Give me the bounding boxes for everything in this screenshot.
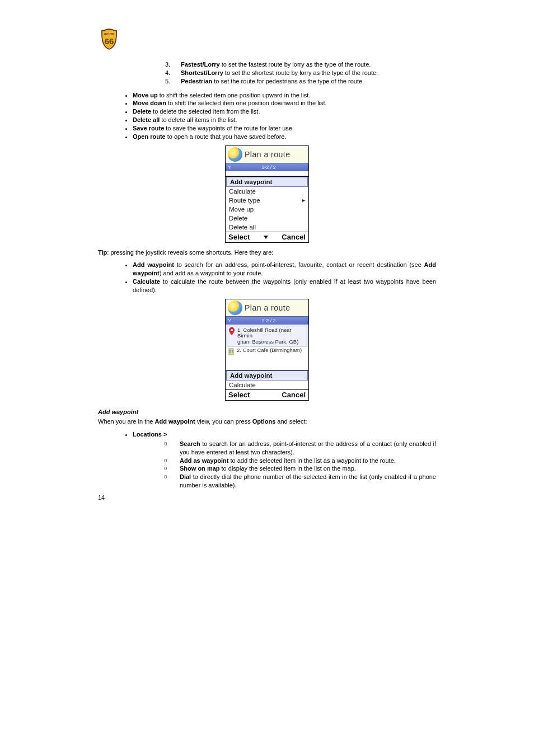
menu-item-route-type[interactable]: Route type▸ xyxy=(226,196,308,205)
menu-item-add-waypoint[interactable]: Add waypoint xyxy=(226,177,308,187)
shortcut-bullet-list: Add waypoint to search for an address, p… xyxy=(98,261,436,294)
context-menu: Add waypoint Calculate Route type▸ Move … xyxy=(226,176,308,232)
r2: ) and add as a waypoint to your route. xyxy=(160,270,263,276)
b: Delete all xyxy=(133,116,160,123)
b: Add as waypoint xyxy=(180,457,228,464)
r: to shift the selected item one position … xyxy=(166,100,327,106)
item-rest: to set the fastest route by lorry as the… xyxy=(220,61,371,68)
svg-rect-5 xyxy=(232,351,233,353)
num: 4. xyxy=(165,69,181,77)
antenna-icon: Y xyxy=(228,165,231,170)
route66-logo: ROUTE 66 xyxy=(98,28,120,50)
options-bullet-list-1: Move up to shift the selected item one p… xyxy=(98,91,436,141)
logo-num: 66 xyxy=(105,36,114,46)
svg-rect-3 xyxy=(232,350,233,351)
b: Save route xyxy=(133,125,164,132)
wp-text-l2: gham Business Park, GB) xyxy=(237,339,298,345)
wp-text: Court Cafe (Birmingham) xyxy=(243,347,302,353)
menu-item-delete[interactable]: Delete xyxy=(226,214,308,223)
tip-line: Tip: pressing the joystick reveals some … xyxy=(98,248,436,257)
item-bold: Pedestrian xyxy=(181,78,212,84)
antenna-icon: Y xyxy=(228,318,231,323)
b: Move down xyxy=(133,100,166,106)
r: to calculate the route between the waypo… xyxy=(133,278,436,293)
svg-rect-4 xyxy=(229,351,231,353)
b: Calculate xyxy=(133,278,160,285)
page-number: 14 xyxy=(98,494,436,501)
wp-num: 2. xyxy=(237,347,241,353)
b: Show on map xyxy=(180,465,220,472)
softkey-right[interactable]: Cancel xyxy=(282,232,306,242)
screenshot-plan-route-waypoints: Plan a route Y 1-2 / 2 1. Coleshill Road… xyxy=(225,299,309,401)
counter: 1-2 / 2 xyxy=(261,318,276,323)
section-heading-add-waypoint: Add waypoint xyxy=(98,408,436,415)
softkey-right[interactable]: Cancel xyxy=(282,390,306,400)
locations-heading: Locations > xyxy=(133,431,167,438)
b: Move up xyxy=(133,92,158,98)
screenshot-plan-route-menu: Plan a route Y 1-2 / 2 Add waypoint Calc… xyxy=(225,145,309,243)
arrow-down-icon xyxy=(264,236,268,239)
tip-label: Tip xyxy=(98,249,107,256)
svg-point-0 xyxy=(231,329,233,331)
r: to save the waypoints of the route for l… xyxy=(164,125,294,132)
menu-item-calculate[interactable]: Calculate xyxy=(226,187,308,196)
b: Add waypoint xyxy=(155,418,195,425)
chevron-right-icon: ▸ xyxy=(302,196,305,205)
num: 3. xyxy=(165,60,181,69)
b: Dial xyxy=(180,473,191,480)
b: Search xyxy=(180,440,200,447)
t: and select: xyxy=(275,418,307,425)
screen-title: Plan a route xyxy=(245,303,291,312)
locations-bullet-list: Locations > Search to search for an addr… xyxy=(98,430,436,490)
numbered-route-type-list: 3.Fastest/Lorry to set the fastest route… xyxy=(98,60,436,86)
tip-text: : pressing the joystick reveals some sho… xyxy=(107,249,273,256)
building-icon xyxy=(228,348,235,355)
r: to delete the selected item from the lis… xyxy=(151,108,260,115)
globe-icon xyxy=(228,300,242,315)
logo-top-text: ROUTE xyxy=(104,32,114,36)
r: to search for an address, point-of-inter… xyxy=(174,261,424,268)
r: to add the selected item in the list as … xyxy=(228,457,395,464)
locations-sub-list: Search to search for an address, point-o… xyxy=(133,440,436,490)
b: Options xyxy=(252,418,276,425)
wp-num: 1. xyxy=(237,327,242,333)
r: to display the selected item in the list… xyxy=(220,465,356,472)
item-rest: to set the shortest route by lorry as th… xyxy=(223,69,378,76)
globe-icon xyxy=(228,147,242,162)
counter: 1-2 / 2 xyxy=(261,165,276,170)
t: When you are in the xyxy=(98,418,155,425)
pin-icon xyxy=(228,327,235,335)
num: 5. xyxy=(165,77,181,86)
menu-item-add-waypoint[interactable]: Add waypoint xyxy=(226,370,308,381)
r: to delete all items in the list. xyxy=(160,116,237,123)
r: to search for an address, point-of-inter… xyxy=(180,440,436,456)
menu-item-calculate[interactable]: Calculate xyxy=(226,381,308,389)
r: to shift the selected item one position … xyxy=(158,92,311,98)
item-rest: to set the route for pedestrians as the … xyxy=(212,78,364,84)
softkey-left[interactable]: Select xyxy=(228,390,250,400)
wp-text-l1: Coleshill Road (near Birmin xyxy=(237,327,292,339)
item-bold: Fastest/Lorry xyxy=(181,61,220,68)
softkey-left[interactable]: Select xyxy=(228,232,250,242)
svg-rect-2 xyxy=(229,350,231,351)
menu-item-delete-all[interactable]: Delete all xyxy=(226,223,308,232)
t: view, you can press xyxy=(195,418,252,425)
b: Add waypoint xyxy=(133,261,174,268)
r: to open a route that you have saved befo… xyxy=(166,133,287,140)
section-intro: When you are in the Add waypoint view, y… xyxy=(98,417,436,426)
menu-item-move-up[interactable]: Move up xyxy=(226,205,308,214)
b: Open route xyxy=(133,133,166,140)
waypoint-row-2[interactable]: 2. Court Cafe (Birmingham) xyxy=(227,346,307,356)
context-menu: Add waypoint Calculate xyxy=(226,370,308,389)
b: Delete xyxy=(133,108,151,115)
r: to directly dial the phone number of the… xyxy=(180,473,436,489)
partial-row xyxy=(226,171,308,176)
item-bold: Shortest/Lorry xyxy=(181,69,223,76)
waypoint-row-1[interactable]: 1. Coleshill Road (near Birmin gham Busi… xyxy=(227,326,307,346)
screen-title: Plan a route xyxy=(245,150,291,159)
